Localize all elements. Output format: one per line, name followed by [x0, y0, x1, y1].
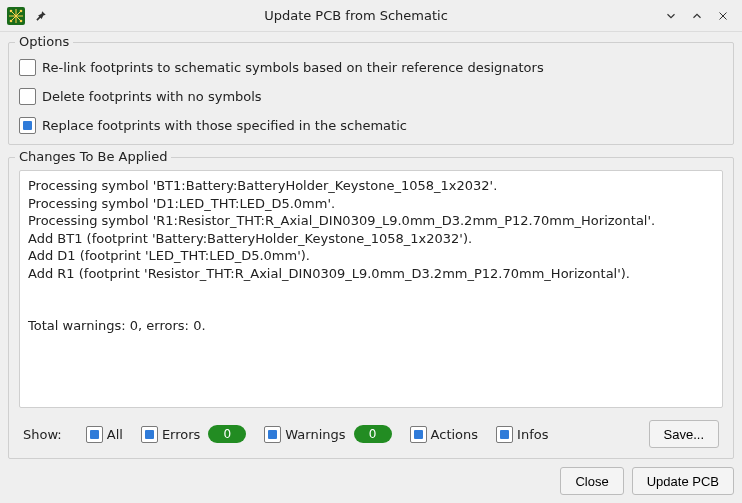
save-button[interactable]: Save...	[649, 420, 719, 448]
filter-actions-label: Actions	[431, 427, 479, 442]
errors-count-badge: 0	[208, 425, 246, 443]
filter-infos-label: Infos	[517, 427, 548, 442]
changes-legend: Changes To Be Applied	[15, 149, 171, 164]
checkbox-replace-footprints[interactable]	[19, 117, 36, 134]
app-icon	[6, 6, 26, 26]
close-button[interactable]	[710, 3, 736, 29]
checkbox-all[interactable]	[86, 426, 103, 443]
option-delete-no-symbols-label: Delete footprints with no symbols	[42, 89, 262, 104]
checkbox-relink[interactable]	[19, 59, 36, 76]
options-list: Re-link footprints to schematic symbols …	[19, 55, 723, 134]
filter-infos[interactable]: Infos	[496, 426, 548, 443]
option-replace-footprints[interactable]: Replace footprints with those specified …	[19, 117, 723, 134]
option-replace-footprints-label: Replace footprints with those specified …	[42, 118, 407, 133]
minimize-button[interactable]	[658, 3, 684, 29]
checkbox-actions[interactable]	[410, 426, 427, 443]
option-relink-label: Re-link footprints to schematic symbols …	[42, 60, 544, 75]
svg-point-2	[20, 9, 23, 12]
filter-errors[interactable]: Errors 0	[141, 425, 246, 443]
svg-point-3	[10, 19, 13, 22]
show-label: Show:	[23, 427, 62, 442]
svg-point-1	[10, 9, 13, 12]
filter-warnings-label: Warnings	[285, 427, 345, 442]
checkbox-errors[interactable]	[141, 426, 158, 443]
options-legend: Options	[15, 34, 73, 49]
close-dialog-button[interactable]: Close	[560, 467, 623, 495]
content: Options Re-link footprints to schematic …	[0, 32, 742, 467]
checkbox-infos[interactable]	[496, 426, 513, 443]
changes-log[interactable]: Processing symbol 'BT1:Battery:BatteryHo…	[19, 170, 723, 408]
warnings-count-badge: 0	[354, 425, 392, 443]
svg-point-4	[20, 19, 23, 22]
filter-errors-label: Errors	[162, 427, 200, 442]
pin-icon[interactable]	[32, 7, 50, 25]
window-title: Update PCB from Schematic	[54, 8, 658, 23]
option-relink[interactable]: Re-link footprints to schematic symbols …	[19, 59, 723, 76]
filter-row: Show: All Errors 0 Warnings 0 Actions	[19, 416, 723, 448]
checkbox-warnings[interactable]	[264, 426, 281, 443]
checkbox-delete-no-symbols[interactable]	[19, 88, 36, 105]
footer-buttons: Close Update PCB	[0, 467, 742, 503]
filter-warnings[interactable]: Warnings 0	[264, 425, 391, 443]
maximize-button[interactable]	[684, 3, 710, 29]
titlebar: Update PCB from Schematic	[0, 0, 742, 32]
filter-all-label: All	[107, 427, 123, 442]
option-delete-no-symbols[interactable]: Delete footprints with no symbols	[19, 88, 723, 105]
changes-groupbox: Changes To Be Applied Processing symbol …	[8, 157, 734, 459]
update-pcb-button[interactable]: Update PCB	[632, 467, 734, 495]
filter-all[interactable]: All	[86, 426, 123, 443]
options-groupbox: Options Re-link footprints to schematic …	[8, 42, 734, 145]
filter-actions[interactable]: Actions	[410, 426, 479, 443]
